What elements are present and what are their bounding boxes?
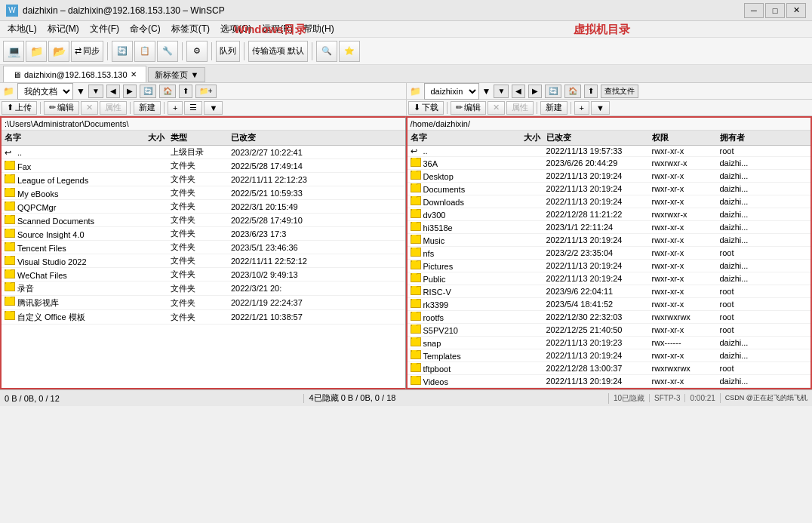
status-time: 0:00:21 (684, 394, 719, 402)
download-button[interactable]: ⬇下载 (408, 101, 444, 115)
left-col-type: 类型 (168, 132, 228, 143)
table-row[interactable]: ↩.. 上级目录 2023/2/27 10:22:41 (2, 146, 405, 159)
table-row[interactable]: Source Insight 4.0 文件夹 2023/6/23 17:3 (2, 227, 405, 241)
table-row[interactable]: rootfs 2022/12/30 22:32:03 rwxrwxrwx roo… (408, 311, 811, 324)
left-addr-up[interactable]: ⬆ (179, 85, 192, 98)
settings-button[interactable]: ⚙ (186, 41, 208, 62)
right-sort-button[interactable]: + (574, 101, 589, 115)
left-addr-btn3[interactable]: ▶ (123, 85, 137, 98)
right-addr-search[interactable]: 查找文件 (601, 85, 638, 98)
new-tab-button[interactable]: 新标签页 ▼ (148, 67, 206, 82)
table-row[interactable]: rk3399 2023/5/4 18:41:52 rwxr-xr-x root (408, 298, 811, 311)
left-addr-home[interactable]: 🏠 (159, 85, 176, 98)
table-row[interactable]: ↩.. 2022/11/13 19:57:33 rwxr-xr-x root (408, 146, 811, 157)
table-row[interactable]: WeChat Files 文件夹 2023/10/2 9:49:13 (2, 268, 405, 281)
left-view-button[interactable]: ☰ (184, 101, 202, 115)
table-row[interactable]: Documents 2022/11/13 20:19:24 rwxr-xr-x … (408, 183, 811, 195)
table-row[interactable]: My eBooks 文件夹 2022/5/21 10:59:33 (2, 186, 405, 200)
table-row[interactable]: S5PV210 2022/12/25 21:40:50 rwxr-xr-x ro… (408, 324, 811, 337)
toolbar-btn-3[interactable]: 📂 (48, 41, 69, 62)
right-new-button[interactable]: 新建 (540, 101, 567, 115)
table-row[interactable]: QQPCMgr 文件夹 2022/3/1 20:15:49 (2, 200, 405, 214)
folder-icon (411, 350, 421, 359)
menu-mark[interactable]: 标记(M) (43, 21, 84, 37)
table-row[interactable]: tftpboot 2022/12/28 13:00:37 rwxrwxrwx r… (408, 362, 811, 375)
toolbar-btn-1[interactable]: 💻 (3, 41, 24, 62)
table-row[interactable]: nfs 2023/2/2 23:35:04 rwxr-xr-x root (408, 247, 811, 260)
table-row[interactable]: 腾讯影视库 文件夹 2022/1/19 22:24:37 (2, 296, 405, 310)
table-row[interactable]: Tencent Files 文件夹 2023/5/1 23:46:36 (2, 241, 405, 254)
table-row[interactable]: Videos 2022/11/13 20:19:24 rwxr-xr-x dai… (408, 375, 811, 388)
queue-button[interactable]: 队列 (216, 41, 240, 62)
act-sep-2 (130, 102, 131, 114)
left-new-button[interactable]: 新建 (134, 101, 161, 115)
table-row[interactable]: snap 2022/11/13 20:19:23 rwx------ daizh… (408, 337, 811, 349)
toolbar-btn-5[interactable]: 📋 (134, 41, 155, 62)
right-addr-btn3[interactable]: ▶ (528, 85, 542, 98)
table-row[interactable]: Visual Studio 2022 文件夹 2022/11/11 22:52:… (2, 254, 405, 268)
right-edit-button[interactable]: ✏编辑 (451, 101, 486, 115)
menu-help[interactable]: 帮助(H) (299, 21, 339, 37)
tab-active[interactable]: 🖥 daizhixin@192.168.153.130 ✕ (3, 66, 146, 82)
left-prop-button[interactable]: 属性 (100, 101, 127, 115)
right-file-list[interactable]: 名字 大小 已改变 权限 拥有者 ↩.. 2022/11/13 19:57:33… (408, 131, 811, 388)
toolbar-btn-7[interactable]: 🔍 (316, 41, 337, 62)
toolbar-btn-6[interactable]: 🔧 (157, 41, 178, 62)
sync-button[interactable]: ⇄同步 (71, 41, 103, 62)
table-row[interactable]: League of Legends 文件夹 2022/11/11 22:12:2… (2, 173, 405, 186)
table-row[interactable]: 36A 2023/6/26 20:44:29 rwxrwxr-x daizhi.… (408, 157, 811, 170)
right-addr-dropdown[interactable]: daizhixin (424, 83, 479, 100)
table-row[interactable]: dv300 2022/12/28 11:21:22 rwxrwxr-x daiz… (408, 208, 811, 221)
right-addr-up[interactable]: ⬆ (584, 85, 598, 98)
upload-button[interactable]: ⬆上传 (2, 101, 37, 115)
left-delete-button[interactable]: ✕ (81, 101, 98, 115)
right-addr-btn1[interactable]: ▼ (494, 85, 509, 98)
table-row[interactable]: hi3518e 2023/1/1 22:11:24 rwxr-xr-x daiz… (408, 221, 811, 234)
right-addr-refresh[interactable]: 🔄 (545, 85, 561, 98)
close-button[interactable]: ✕ (786, 3, 806, 18)
menu-local[interactable]: 本地(L) (3, 21, 42, 37)
table-row[interactable]: RISC-V 2023/9/6 22:04:11 rwxr-xr-x root (408, 285, 811, 298)
table-row[interactable]: 自定义 Office 模板 文件夹 2022/1/21 10:38:57 (2, 310, 405, 325)
menu-file[interactable]: 文件(F) (85, 21, 124, 37)
menu-tabs[interactable]: 标签页(T) (167, 21, 214, 37)
right-addr-home[interactable]: 🏠 (564, 85, 581, 98)
transfer-button[interactable]: 传输选项 默认 (248, 41, 308, 62)
right-addr-btn2[interactable]: ◀ (512, 85, 525, 98)
toolbar-btn-2[interactable]: 📁 (26, 41, 47, 62)
toolbar-btn-8[interactable]: ⭐ (339, 41, 360, 62)
status-left-text: 0 B / 0B, 0 / 12 (5, 394, 60, 403)
left-addr-new[interactable]: 📁+ (195, 85, 217, 98)
table-row[interactable]: Desktop 2022/11/13 20:19:24 rwxr-xr-x da… (408, 170, 811, 183)
menu-command[interactable]: 命令(C) (125, 21, 165, 37)
left-addr-btn2[interactable]: ◀ (106, 85, 120, 98)
table-row[interactable]: Templates 2022/11/13 20:19:24 rwxr-xr-x … (408, 349, 811, 362)
left-addr-refresh[interactable]: 🔄 (140, 85, 156, 98)
maximize-button[interactable]: □ (765, 3, 785, 18)
right-delete-button[interactable]: ✕ (488, 101, 505, 115)
table-row[interactable]: Fax 文件夹 2022/5/28 17:49:14 (2, 159, 405, 173)
left-file-list[interactable]: 名字 大小 类型 已改变 ↩.. 上级目录 2023/2/27 10:22:41… (2, 131, 405, 388)
right-prop-button[interactable]: 属性 (506, 101, 534, 115)
table-row[interactable]: Downloads 2022/11/13 20:19:24 rwxr-xr-x … (408, 195, 811, 208)
tab-close-icon[interactable]: ✕ (131, 70, 137, 78)
table-row[interactable]: Music 2022/11/13 20:19:24 rwxr-xr-x daiz… (408, 234, 811, 247)
minimize-button[interactable]: ─ (744, 3, 764, 18)
left-addr-dropdown[interactable]: 我的文档 (17, 83, 73, 100)
left-addr-btn1[interactable]: ▼ (88, 85, 103, 98)
file-type: 文件夹 (168, 242, 228, 253)
menu-remote[interactable]: 远程(R) (257, 21, 297, 37)
table-row[interactable]: Public 2022/11/13 20:19:24 rwxr-xr-x dai… (408, 272, 811, 285)
table-row[interactable]: 录音 文件夹 2022/3/21 20: (2, 281, 405, 296)
left-sort-button[interactable]: + (168, 101, 183, 115)
folder-icon (411, 337, 421, 346)
left-addr-icon: 📁 (3, 86, 14, 97)
left-filter-button[interactable]: ▼ (204, 101, 223, 115)
menu-options[interactable]: 选项(O) (216, 21, 256, 37)
file-date: 2022/11/13 20:19:24 (543, 261, 649, 270)
table-row[interactable]: Scanned Documents 文件夹 2022/5/28 17:49:10 (2, 214, 405, 227)
left-edit-button[interactable]: ✏编辑 (44, 101, 79, 115)
right-view-button[interactable]: ▼ (591, 101, 610, 115)
toolbar-btn-4[interactable]: 🔄 (112, 41, 133, 62)
table-row[interactable]: Pictures 2022/11/13 20:19:24 rwxr-xr-x d… (408, 260, 811, 272)
